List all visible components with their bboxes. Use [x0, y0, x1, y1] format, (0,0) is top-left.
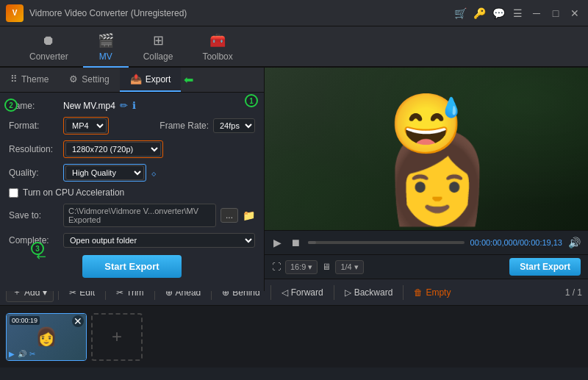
resolution-row: Resolution: 1280x720 (720p) 1920x1080 (1…	[9, 140, 255, 158]
count-chevron: ▾	[354, 262, 359, 272]
left-panel-wrapper: ⠿ Theme ⚙ Setting 📤 Export ⬅ 1	[0, 68, 265, 279]
title-bar: V Vidmore Video Converter (Unregistered)…	[0, 0, 588, 26]
video-controls-2: ⛶ 16:9 ▾ 🖥 1/4 ▾ Start Export	[265, 254, 588, 279]
format-framerate-row: Format: MP4 AVI MOV MKV Frame Rate: 24fp…	[9, 117, 255, 135]
nav-converter-label: Converter	[29, 51, 68, 62]
save-to-row: Save to: C:\Vidmore\Vidmore V...onverter…	[9, 204, 255, 227]
mv-icon: 🎬	[98, 32, 114, 49]
framerate-select[interactable]: 24fps 30fps 60fps	[213, 118, 255, 133]
separator-5	[270, 285, 271, 300]
info-icon[interactable]: ℹ	[132, 100, 136, 111]
tab-theme-label: Theme	[21, 74, 49, 85]
export-content: 1 2 Name: New MV.mp4 ✏ ℹ Format:	[0, 93, 264, 291]
clip-volume-icon[interactable]: 🔊	[18, 350, 26, 358]
minimize-icon[interactable]: ─	[529, 6, 544, 21]
start-export-area: 3 ↙ Start Export	[9, 255, 255, 278]
add-clip-button[interactable]: +	[91, 313, 143, 361]
left-tabs: ⠿ Theme ⚙ Setting 📤 Export ⬅	[0, 68, 264, 93]
format-outline: MP4 AVI MOV MKV	[63, 117, 109, 135]
ratio-button[interactable]: 16:9 ▾	[285, 260, 318, 274]
export-tab-icon: 📤	[130, 74, 142, 85]
count-value: 1/4	[340, 262, 351, 271]
trash-icon: 🗑	[414, 287, 423, 298]
video-preview: 😅 👩	[265, 68, 588, 230]
window-controls: 🛒 🔑 💬 ☰ ─ □ ✕	[453, 6, 582, 21]
nav-mv[interactable]: 🎬 MV	[83, 28, 129, 68]
tab-export[interactable]: 📤 Export	[120, 68, 182, 92]
time-display: 00:00:00,000/00:00:19,13	[470, 238, 562, 247]
right-panel: 😅 👩 ▶ ⏹ 00:00:00,000/00:00:19,13 🔊 ⛶ 16:…	[265, 68, 588, 279]
nav-toolbox-label: Toolbox	[202, 51, 232, 62]
emoji-face: 😅	[390, 90, 463, 159]
nav-collage[interactable]: ⊞ Collage	[129, 28, 188, 68]
separator-7	[403, 285, 404, 300]
tab-theme[interactable]: ⠿ Theme	[0, 68, 59, 92]
cart-icon[interactable]: 🛒	[453, 6, 467, 21]
toolbox-icon: 🧰	[209, 32, 226, 49]
nav-toolbox[interactable]: 🧰 Toolbox	[187, 28, 247, 68]
quality-icon: ⬦	[151, 167, 157, 179]
close-icon[interactable]: ✕	[567, 6, 582, 21]
ratio-chevron: ▾	[308, 262, 312, 272]
ratio-value: 16:9	[290, 262, 306, 271]
clip-scissors-icon[interactable]: ✂	[29, 350, 35, 358]
maximize-icon[interactable]: □	[548, 6, 563, 21]
left-panel: ⠿ Theme ⚙ Setting 📤 Export ⬅ 1	[0, 68, 265, 291]
page-count: 1 / 1	[565, 287, 582, 298]
resolution-outline: 1280x720 (720p) 1920x1080 (1080p) 640x48…	[63, 140, 163, 158]
name-label: Name:	[9, 101, 59, 111]
separator-6	[334, 285, 334, 300]
clip-close-button[interactable]: ✕	[72, 315, 84, 327]
stop-button[interactable]: ⏹	[289, 235, 302, 250]
app-title: Vidmore Video Converter (Unregistered)	[29, 8, 453, 18]
menu-icon[interactable]: ☰	[510, 6, 525, 21]
backward-button[interactable]: ▷ Backward	[339, 284, 399, 301]
empty-label: Empty	[426, 287, 451, 298]
clip-controls: ▶ 🔊 ✂	[9, 350, 35, 358]
count-button[interactable]: 1/4 ▾	[335, 260, 363, 274]
clip-duration: 00:00:19	[10, 316, 40, 325]
empty-button[interactable]: 🗑 Empty	[408, 284, 456, 301]
cpu-label: Turn on CPU Acceleration	[23, 187, 124, 198]
browse-button[interactable]: ...	[220, 208, 238, 223]
start-export-right-button[interactable]: Start Export	[509, 258, 581, 276]
resolution-select[interactable]: 1280x720 (720p) 1920x1080 (1080p) 640x48…	[65, 142, 161, 157]
forward-button[interactable]: ◁ Forward	[276, 284, 329, 301]
forward-icon: ◁	[282, 287, 288, 298]
format-label: Format:	[9, 121, 59, 131]
progress-bar[interactable]	[308, 241, 465, 244]
setting-tab-icon: ⚙	[69, 74, 78, 85]
quality-label: Quality:	[9, 168, 59, 178]
forward-label: Forward	[291, 287, 323, 298]
arrow-to-start: ↙	[33, 248, 50, 265]
folder-button[interactable]: 📁	[243, 209, 255, 221]
edit-icon[interactable]: ✏	[120, 100, 128, 111]
start-export-button[interactable]: Start Export	[82, 255, 181, 278]
complete-row: Complete: Open output folder Do nothing	[9, 233, 255, 248]
chat-icon[interactable]: 💬	[491, 6, 506, 21]
tab-setting[interactable]: ⚙ Setting	[59, 68, 119, 92]
volume-icon[interactable]: 🔊	[568, 237, 581, 248]
name-row: 2 Name: New MV.mp4 ✏ ℹ	[9, 100, 255, 111]
timeline: 👩 00:00:19 ✕ ▶ 🔊 ✂ +	[0, 305, 588, 368]
tab-export-label: Export	[146, 74, 171, 85]
framerate-label: Frame Rate:	[159, 121, 209, 131]
resize-icon: ⛶	[272, 262, 281, 272]
nav-collage-label: Collage	[143, 51, 173, 62]
cpu-checkbox[interactable]	[9, 188, 18, 198]
collage-icon: ⊞	[153, 32, 164, 49]
key-icon[interactable]: 🔑	[472, 6, 487, 21]
name-value: New MV.mp4	[63, 101, 115, 111]
top-nav: ⏺ Converter 🎬 MV ⊞ Collage 🧰 Toolbox	[0, 26, 588, 68]
save-path: C:\Vidmore\Vidmore V...onverter\MV Expor…	[63, 204, 216, 227]
monitor-icon: 🖥	[322, 262, 331, 272]
nav-converter[interactable]: ⏺ Converter	[15, 29, 83, 68]
format-select[interactable]: MP4 AVI MOV MKV	[65, 118, 107, 133]
play-button[interactable]: ▶	[272, 235, 283, 250]
tab-setting-label: Setting	[82, 74, 109, 85]
complete-select[interactable]: Open output folder Do nothing	[63, 233, 255, 248]
save-to-label: Save to:	[9, 210, 59, 221]
quality-row: Quality: High Quality Medium Quality Low…	[9, 164, 255, 182]
clip-play-icon[interactable]: ▶	[9, 350, 15, 358]
quality-select[interactable]: High Quality Medium Quality Low Quality	[65, 165, 144, 180]
